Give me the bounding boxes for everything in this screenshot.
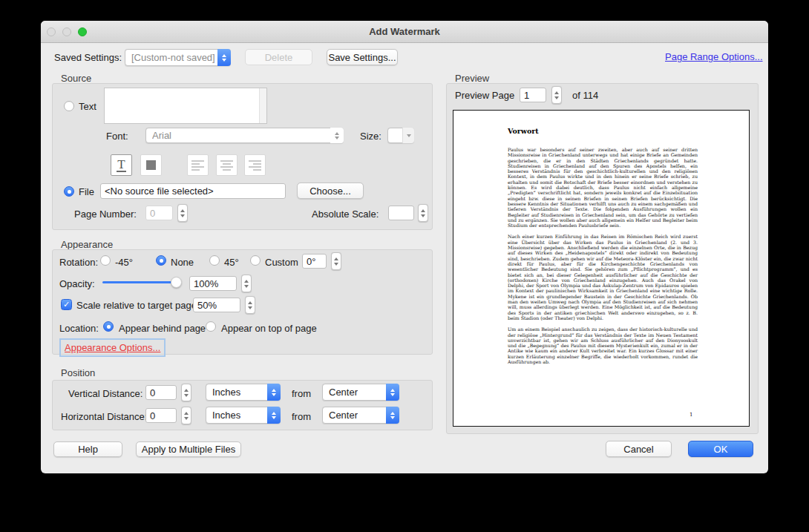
horizontal-distance-input[interactable]	[145, 408, 177, 423]
popup-arrows-icon[interactable]	[217, 49, 231, 66]
help-button-label: Help	[78, 444, 98, 455]
stepper-up-icon[interactable]	[334, 257, 338, 260]
horizontal-from-label: from	[292, 411, 311, 422]
stepper-down-icon[interactable]	[248, 306, 252, 309]
absolute-scale-label: Absolute Scale:	[312, 208, 379, 220]
appearance-options-focus-ring: Appearance Options...	[59, 338, 166, 357]
minimize-button	[62, 27, 71, 36]
popup-arrows-icon[interactable]	[267, 384, 281, 401]
rotation-minus45-radio[interactable]	[100, 255, 111, 266]
saved-settings-value: [Custom-not saved]	[131, 52, 215, 63]
location-on-top-radio[interactable]	[206, 321, 216, 332]
help-button[interactable]: Help	[53, 441, 122, 457]
save-settings-button[interactable]: Save Settings...	[327, 49, 398, 65]
saved-settings-label: Saved Settings:	[54, 52, 122, 63]
scale-relative-checkbox[interactable]: ✓	[61, 299, 72, 310]
align-center-icon	[220, 160, 233, 171]
opacity-slider[interactable]	[102, 277, 177, 288]
slider-track[interactable]	[102, 281, 177, 283]
preview-page-count-label: of 114	[572, 90, 598, 101]
absolute-scale-input[interactable]	[388, 206, 414, 220]
page-range-options-link[interactable]: Page Range Options...	[665, 51, 763, 62]
rotation-45-radio[interactable]	[209, 255, 220, 266]
size-label: Size:	[360, 131, 381, 142]
rotation-custom-radio[interactable]	[250, 255, 261, 266]
font-color-swatch-button[interactable]	[140, 154, 162, 176]
popup-arrows-icon[interactable]	[386, 384, 399, 401]
arrow-down-icon	[222, 59, 226, 62]
vertical-unit-dropdown[interactable]: Inches	[206, 384, 281, 401]
stepper-down-icon[interactable]	[421, 214, 425, 217]
cancel-button[interactable]: Cancel	[606, 441, 672, 457]
page-number-input	[145, 206, 173, 220]
text-radio[interactable]	[64, 101, 74, 111]
stepper-up-icon[interactable]	[248, 301, 252, 304]
custom-rotation-input[interactable]	[302, 254, 327, 269]
rotation-minus45-label: -45°	[115, 257, 133, 268]
arrow-up-icon	[335, 132, 339, 135]
vertical-distance-label: Vertical Distance:	[68, 388, 141, 399]
stepper-up-icon	[180, 209, 185, 212]
source-file-input[interactable]	[100, 183, 286, 199]
horizontal-distance-stepper[interactable]	[181, 407, 191, 424]
stepper-up-icon[interactable]	[244, 280, 249, 283]
desktop: { "window": { "title": "Add Watermark" }…	[0, 0, 809, 532]
color-swatch-icon	[146, 160, 156, 170]
stepper-down-icon[interactable]	[244, 285, 249, 288]
popup-arrows-icon[interactable]	[386, 407, 399, 424]
stepper-up-icon[interactable]	[554, 91, 559, 94]
arrow-up-icon	[222, 54, 226, 57]
arrow-down-icon	[390, 393, 395, 396]
stepper-up-icon[interactable]	[421, 209, 425, 212]
text-radio-label: Text	[79, 101, 96, 112]
location-on-top-label: Appear on top of page	[221, 323, 317, 334]
popup-arrows-icon[interactable]	[267, 407, 281, 424]
position-section-label: Position	[61, 367, 95, 378]
title-bar[interactable]: Add Watermark	[41, 21, 768, 43]
horizontal-unit-dropdown[interactable]: Inches	[206, 407, 281, 424]
opacity-stepper[interactable]	[241, 275, 252, 292]
custom-rotation-stepper[interactable]	[331, 252, 341, 270]
align-left-button	[187, 154, 209, 176]
scale-stepper[interactable]	[245, 296, 255, 314]
horizontal-anchor-value: Center	[329, 410, 358, 421]
file-radio[interactable]	[64, 186, 74, 197]
scale-relative-label: Scale relative to target page	[76, 300, 197, 311]
zoom-button[interactable]	[78, 27, 87, 36]
stepper-up-icon[interactable]	[184, 412, 189, 415]
horizontal-anchor-dropdown[interactable]: Center	[322, 407, 399, 424]
absolute-scale-stepper[interactable]	[418, 204, 428, 222]
stepper-down-icon[interactable]	[184, 394, 189, 397]
arrow-up-icon	[272, 412, 276, 415]
choose-button-label: Choose...	[309, 185, 351, 197]
stepper-down-icon[interactable]	[554, 96, 559, 99]
text-style-button[interactable]: T	[111, 154, 132, 176]
slider-thumb[interactable]	[171, 277, 182, 288]
location-behind-radio[interactable]	[103, 321, 114, 332]
textarea-scrollbar[interactable]	[259, 88, 266, 123]
stepper-down-icon[interactable]	[334, 263, 338, 266]
vertical-anchor-dropdown[interactable]: Center	[322, 384, 399, 401]
cancel-button-label: Cancel	[623, 444, 653, 455]
saved-settings-dropdown[interactable]: [Custom-not saved]	[125, 49, 231, 66]
appearance-options-link[interactable]: Appearance Options...	[65, 342, 160, 353]
preview-page-stepper[interactable]	[551, 86, 562, 104]
align-right-button	[244, 154, 266, 176]
ok-button[interactable]: OK	[688, 441, 753, 457]
preview-page-label: Preview Page	[455, 90, 514, 101]
align-left-icon	[191, 160, 204, 171]
vertical-distance-stepper[interactable]	[181, 384, 191, 401]
vertical-distance-input[interactable]	[145, 385, 177, 400]
preview-page-input[interactable]	[520, 88, 546, 102]
combo-arrow-icon	[402, 128, 414, 143]
stepper-down-icon[interactable]	[184, 417, 189, 420]
stepper-up-icon[interactable]	[184, 389, 189, 392]
scale-input[interactable]	[193, 298, 240, 312]
document-paragraph: Um an einem Beispiel anschaulich zu zeig…	[508, 326, 698, 364]
choose-button[interactable]: Choose...	[297, 183, 364, 199]
apply-to-multiple-files-button[interactable]: Apply to Multiple Files	[136, 441, 241, 457]
watermark-text-input[interactable]	[104, 88, 267, 124]
arrow-up-icon	[272, 389, 276, 392]
opacity-input[interactable]	[189, 276, 237, 291]
rotation-none-radio[interactable]	[156, 255, 166, 266]
